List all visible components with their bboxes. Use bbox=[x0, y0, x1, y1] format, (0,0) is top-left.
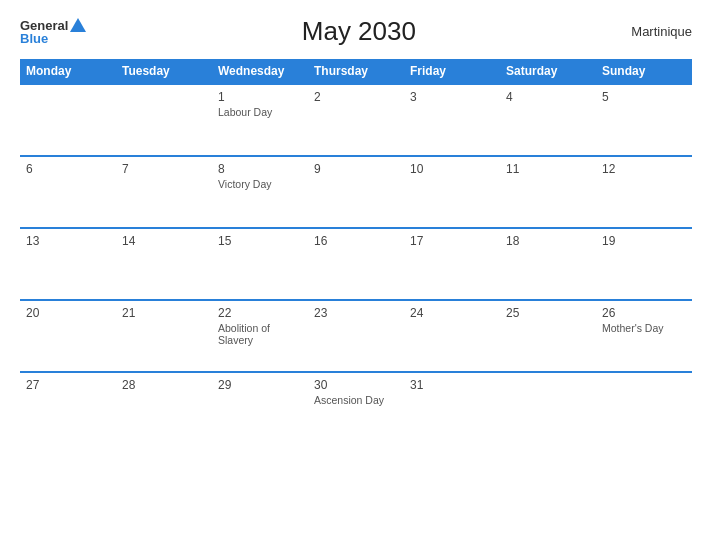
table-cell: 8Victory Day bbox=[212, 156, 308, 228]
day-number: 1 bbox=[218, 90, 302, 104]
day-number: 14 bbox=[122, 234, 206, 248]
table-cell: 2 bbox=[308, 84, 404, 156]
table-row: 13141516171819 bbox=[20, 228, 692, 300]
table-cell: 16 bbox=[308, 228, 404, 300]
table-cell: 26Mother's Day bbox=[596, 300, 692, 372]
table-cell: 15 bbox=[212, 228, 308, 300]
day-number: 25 bbox=[506, 306, 590, 320]
day-number: 27 bbox=[26, 378, 110, 392]
weekday-header-row: Monday Tuesday Wednesday Thursday Friday… bbox=[20, 59, 692, 84]
day-number: 24 bbox=[410, 306, 494, 320]
logo-triangle-icon bbox=[70, 18, 86, 32]
table-cell: 3 bbox=[404, 84, 500, 156]
table-cell: 12 bbox=[596, 156, 692, 228]
day-number: 16 bbox=[314, 234, 398, 248]
table-cell: 20 bbox=[20, 300, 116, 372]
day-number: 19 bbox=[602, 234, 686, 248]
day-number: 23 bbox=[314, 306, 398, 320]
logo-general-text: General bbox=[20, 19, 68, 32]
day-number: 20 bbox=[26, 306, 110, 320]
col-sunday: Sunday bbox=[596, 59, 692, 84]
calendar-title: May 2030 bbox=[302, 16, 416, 47]
day-number: 12 bbox=[602, 162, 686, 176]
table-cell bbox=[116, 84, 212, 156]
day-number: 7 bbox=[122, 162, 206, 176]
col-saturday: Saturday bbox=[500, 59, 596, 84]
col-tuesday: Tuesday bbox=[116, 59, 212, 84]
logo-blue-text: Blue bbox=[20, 32, 86, 45]
day-number: 13 bbox=[26, 234, 110, 248]
day-number: 28 bbox=[122, 378, 206, 392]
col-monday: Monday bbox=[20, 59, 116, 84]
holiday-label: Victory Day bbox=[218, 178, 302, 190]
header: General Blue May 2030 Martinique bbox=[20, 16, 692, 47]
table-row: 678Victory Day9101112 bbox=[20, 156, 692, 228]
day-number: 22 bbox=[218, 306, 302, 320]
table-cell: 23 bbox=[308, 300, 404, 372]
day-number: 29 bbox=[218, 378, 302, 392]
col-wednesday: Wednesday bbox=[212, 59, 308, 84]
table-cell: 11 bbox=[500, 156, 596, 228]
holiday-label: Abolition of Slavery bbox=[218, 322, 302, 346]
table-cell: 14 bbox=[116, 228, 212, 300]
table-cell: 28 bbox=[116, 372, 212, 444]
holiday-label: Ascension Day bbox=[314, 394, 398, 406]
table-cell: 21 bbox=[116, 300, 212, 372]
day-number: 17 bbox=[410, 234, 494, 248]
table-cell: 18 bbox=[500, 228, 596, 300]
table-cell: 4 bbox=[500, 84, 596, 156]
day-number: 30 bbox=[314, 378, 398, 392]
day-number: 6 bbox=[26, 162, 110, 176]
day-number: 8 bbox=[218, 162, 302, 176]
day-number: 3 bbox=[410, 90, 494, 104]
table-cell: 30Ascension Day bbox=[308, 372, 404, 444]
table-cell bbox=[20, 84, 116, 156]
holiday-label: Labour Day bbox=[218, 106, 302, 118]
day-number: 9 bbox=[314, 162, 398, 176]
table-cell bbox=[500, 372, 596, 444]
table-cell: 9 bbox=[308, 156, 404, 228]
day-number: 4 bbox=[506, 90, 590, 104]
table-cell: 10 bbox=[404, 156, 500, 228]
table-cell: 5 bbox=[596, 84, 692, 156]
table-cell: 13 bbox=[20, 228, 116, 300]
table-cell: 17 bbox=[404, 228, 500, 300]
table-cell: 27 bbox=[20, 372, 116, 444]
day-number: 11 bbox=[506, 162, 590, 176]
table-cell: 6 bbox=[20, 156, 116, 228]
logo: General Blue bbox=[20, 18, 86, 45]
table-cell: 1Labour Day bbox=[212, 84, 308, 156]
col-thursday: Thursday bbox=[308, 59, 404, 84]
col-friday: Friday bbox=[404, 59, 500, 84]
day-number: 15 bbox=[218, 234, 302, 248]
table-cell: 24 bbox=[404, 300, 500, 372]
day-number: 5 bbox=[602, 90, 686, 104]
day-number: 21 bbox=[122, 306, 206, 320]
holiday-label: Mother's Day bbox=[602, 322, 686, 334]
calendar-table: Monday Tuesday Wednesday Thursday Friday… bbox=[20, 59, 692, 444]
table-cell: 19 bbox=[596, 228, 692, 300]
table-cell: 7 bbox=[116, 156, 212, 228]
table-cell: 25 bbox=[500, 300, 596, 372]
region-label: Martinique bbox=[631, 24, 692, 39]
day-number: 2 bbox=[314, 90, 398, 104]
table-cell bbox=[596, 372, 692, 444]
table-cell: 31 bbox=[404, 372, 500, 444]
table-cell: 22Abolition of Slavery bbox=[212, 300, 308, 372]
day-number: 18 bbox=[506, 234, 590, 248]
day-number: 26 bbox=[602, 306, 686, 320]
table-row: 1Labour Day2345 bbox=[20, 84, 692, 156]
table-row: 27282930Ascension Day31 bbox=[20, 372, 692, 444]
calendar-page: General Blue May 2030 Martinique Monday … bbox=[0, 0, 712, 550]
table-row: 202122Abolition of Slavery23242526Mother… bbox=[20, 300, 692, 372]
day-number: 10 bbox=[410, 162, 494, 176]
day-number: 31 bbox=[410, 378, 494, 392]
table-cell: 29 bbox=[212, 372, 308, 444]
